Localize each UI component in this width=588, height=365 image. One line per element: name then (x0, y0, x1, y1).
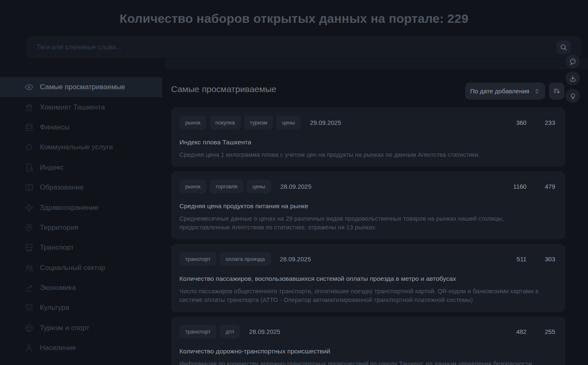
sidebar-item-label: Туризм и спорт (40, 324, 89, 332)
sidebar-item-label: Здравоохранение (40, 204, 98, 212)
culture-icon (24, 303, 34, 313)
dataset-description: Среднемесячные данные о ценах на 29 разл… (179, 214, 556, 232)
search-button[interactable] (556, 40, 571, 54)
dataset-title[interactable]: Индекс плова Ташкента (179, 139, 556, 146)
sidebar-item[interactable]: Транспорт (0, 238, 162, 258)
card-meta-row: транспортоплата проезда28.09.2025511303 (179, 252, 556, 266)
sidebar-item[interactable]: Индекс (0, 158, 162, 178)
dataset-stats: 1160479 (513, 183, 556, 190)
help-bubble-icon: ? (569, 58, 577, 66)
tourism-icon (24, 323, 34, 333)
views-count: 511 (517, 256, 527, 263)
sidebar-item-label: Транспорт (40, 243, 74, 252)
dataset-stats: 482255 (516, 328, 556, 335)
sidebar-item[interactable]: Культура (0, 298, 162, 318)
eye-icon (24, 82, 34, 92)
card-meta-row: рынокторговляцены28.09.20251160479 (179, 180, 556, 193)
health-icon (24, 203, 34, 213)
sidebar-item-label: Финансы (40, 123, 69, 131)
sidebar-item[interactable]: Здравоохранение (0, 197, 162, 217)
lightbulb-icon (569, 92, 577, 100)
sort-dropdown[interactable]: По дате добавления (465, 83, 545, 100)
download-button[interactable] (566, 71, 580, 85)
population-icon (24, 343, 34, 353)
dataset-tag[interactable]: цены (276, 116, 301, 129)
downloads-count: 303 (545, 256, 555, 263)
sidebar-item[interactable]: Социальный сектор (0, 258, 162, 278)
theme-button[interactable] (566, 89, 580, 103)
open-data-portal-page: Количество наборов открытых данных на по… (0, 0, 588, 365)
sidebar-item[interactable]: Образование (0, 178, 162, 197)
dataset-tag[interactable]: покупка (210, 116, 241, 129)
chevron-updown-icon (534, 88, 540, 95)
dataset-card[interactable]: транспортоплата проезда28.09.2025511303К… (171, 244, 565, 312)
dataset-stats: 360233 (516, 119, 556, 126)
dataset-tag[interactable]: оплата проезда (220, 252, 270, 266)
dataset-title[interactable]: Количество пассажиров, воспользовавшихся… (179, 275, 556, 282)
coins-icon (24, 122, 34, 132)
sidebar-item-label: Коммунальные услуги (40, 143, 113, 151)
dataset-tag[interactable]: транспорт (179, 325, 216, 338)
sidebar-item-label: Образование (40, 183, 83, 192)
dataset-tag[interactable]: рынок (179, 180, 206, 193)
sidebar-item-label: Территория (40, 224, 78, 232)
downloads-count: 255 (545, 328, 555, 335)
sidebar-item[interactable]: Самые просматриваемые (0, 77, 162, 97)
sidebar-item[interactable]: Хокимият Ташкента (0, 97, 162, 117)
dataset-title[interactable]: Количество дорожно-транспортных происшес… (179, 348, 556, 355)
sidebar: Самые просматриваемыеХокимият ТашкентаФи… (0, 77, 162, 358)
dataset-title[interactable]: Средняя цена продуктов питания на рынке (179, 202, 556, 210)
sort-order-button[interactable] (549, 83, 564, 100)
sidebar-item-label: Население (40, 344, 76, 352)
sidebar-item[interactable]: Коммунальные услуги (0, 137, 162, 157)
dataset-date: 28.09.2025 (249, 328, 280, 335)
sidebar-item-label: Культура (40, 304, 69, 312)
section-heading: Самые просматриваемые (171, 84, 277, 94)
card-meta-row: транспортдтп28.09.2025482255 (179, 325, 556, 338)
sidebar-item[interactable]: Финансы (0, 117, 162, 137)
dataset-description: Число пассажиров общественного транспорт… (179, 287, 556, 304)
sort-dropdown-label: По дате добавления (470, 88, 529, 95)
dataset-tag[interactable]: цены (247, 180, 271, 193)
sidebar-item[interactable]: Население (0, 338, 162, 358)
dataset-tag[interactable]: транспорт (179, 252, 216, 266)
dataset-tag[interactable]: дтп (220, 325, 240, 338)
dataset-card[interactable]: рынокторговляцены28.09.20251160479Средня… (171, 171, 565, 239)
sidebar-item-label: Социальный сектор (40, 264, 105, 272)
downloads-count: 233 (545, 119, 555, 126)
help-button[interactable]: ? (566, 54, 580, 68)
utilities-icon (24, 142, 34, 152)
dataset-date: 28.09.2025 (280, 256, 311, 263)
sidebar-item[interactable]: Территория (0, 218, 162, 238)
downloads-count: 479 (545, 183, 555, 190)
dataset-list: рынокпокупкатуризмцены29.09.2025360233Ин… (171, 107, 565, 365)
education-icon (24, 182, 34, 192)
sidebar-item[interactable]: Туризм и спорт (0, 318, 162, 338)
sidebar-item-label: Самые просматриваемые (40, 83, 125, 91)
dataset-tag[interactable]: туризм (244, 116, 273, 129)
download-icon (569, 75, 577, 83)
dataset-tag[interactable]: рынок (179, 116, 206, 129)
dataset-tag[interactable]: торговля (210, 180, 243, 193)
sidebar-item-label: Экономика (40, 284, 76, 292)
building-icon (24, 102, 34, 112)
dataset-date: 28.09.2025 (280, 183, 311, 190)
dataset-description: Информация по количеству дорожно-транспо… (179, 360, 556, 365)
dataset-card[interactable]: транспортдтп28.09.2025482255Количество д… (171, 316, 565, 365)
dataset-stats: 511303 (517, 256, 556, 263)
territory-icon (24, 223, 34, 233)
page-title: Количество наборов открытых данных на по… (0, 12, 588, 26)
index-icon (24, 163, 34, 173)
views-count: 482 (516, 328, 527, 335)
economy-icon (24, 283, 34, 293)
search-bar (27, 36, 581, 58)
sidebar-item-label: Индекс (40, 163, 64, 172)
transport-icon (24, 243, 34, 253)
search-input[interactable] (27, 36, 551, 58)
sidebar-item[interactable]: Экономика (0, 278, 162, 298)
svg-text:?: ? (572, 59, 573, 63)
card-meta-row: рынокпокупкатуризмцены29.09.2025360233 (179, 116, 556, 129)
dataset-card[interactable]: рынокпокупкатуризмцены29.09.2025360233Ин… (171, 107, 565, 167)
dataset-date: 29.09.2025 (310, 119, 341, 126)
sidebar-item-label: Хокимият Ташкента (40, 103, 105, 112)
